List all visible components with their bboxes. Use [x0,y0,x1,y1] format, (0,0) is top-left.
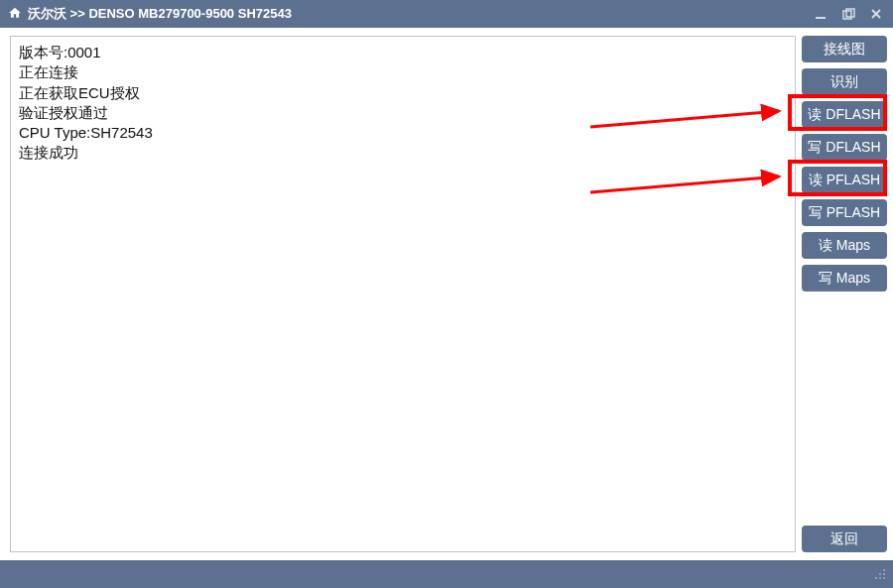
svg-rect-9 [879,577,881,579]
resize-grip-icon[interactable] [873,567,887,581]
svg-rect-7 [883,573,885,575]
minimize-button[interactable] [808,3,833,25]
svg-rect-0 [816,17,826,19]
titlebar: 沃尔沃 >> DENSO MB279700-9500 SH72543 [0,0,893,28]
log-line: 版本号:0001 [19,43,787,62]
home-icon[interactable] [8,6,22,23]
close-button[interactable] [863,3,889,25]
identify-button[interactable]: 识别 [802,68,887,95]
breadcrumb: 沃尔沃 >> DENSO MB279700-9500 SH72543 [28,5,806,23]
svg-rect-6 [879,573,881,575]
log-panel: 版本号:0001 正在连接 正在获取ECU授权 验证授权通过 CPU Type:… [10,36,796,552]
read-maps-button[interactable]: 读 Maps [802,232,887,259]
log-line: 验证授权通过 [19,103,787,123]
write-maps-button[interactable]: 写 Maps [802,265,887,292]
svg-rect-1 [843,11,851,19]
svg-rect-2 [846,9,854,17]
wiring-diagram-button[interactable]: 接线图 [802,36,887,62]
maximize-button[interactable] [835,3,861,25]
statusbar [0,560,893,588]
read-pflash-button[interactable]: 读 PFLASH [802,167,887,193]
sidebar: 接线图 识别 读 DFLASH 写 DFLASH 读 PFLASH 写 PFLA… [800,28,893,560]
log-line: 正在连接 [19,62,787,82]
read-dflash-button[interactable]: 读 DFLASH [802,101,887,128]
svg-rect-5 [883,569,885,571]
write-dflash-button[interactable]: 写 DFLASH [802,134,887,161]
back-button[interactable]: 返回 [802,526,887,552]
svg-rect-10 [883,577,885,579]
log-line: 连接成功 [19,143,787,163]
main-area: 版本号:0001 正在连接 正在获取ECU授权 验证授权通过 CPU Type:… [0,28,893,560]
log-line: 正在获取ECU授权 [19,83,787,103]
write-pflash-button[interactable]: 写 PFLASH [802,199,887,226]
log-line: CPU Type:SH72543 [19,123,787,143]
svg-rect-8 [875,577,877,579]
